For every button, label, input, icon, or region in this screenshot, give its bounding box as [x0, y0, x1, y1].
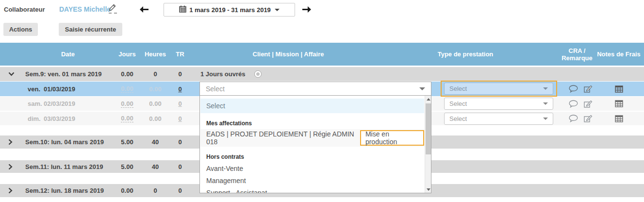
- type-select-value: Select: [449, 100, 467, 107]
- actions-button[interactable]: Actions: [3, 23, 38, 36]
- date-range-picker[interactable]: 1 mars 2019 - 31 mars 2019: [164, 3, 295, 17]
- previous-period-arrow[interactable]: [139, 5, 149, 14]
- chevron-down-icon: [419, 87, 425, 90]
- chevron-down-icon: [543, 102, 548, 105]
- day-name: ven.: [28, 82, 45, 96]
- date-range-text: 1 mars 2019 - 31 mars 2019: [189, 6, 271, 14]
- column-header-heures: Heures: [142, 43, 168, 66]
- dropdown-group-mes-affectations: Mes affectations: [200, 119, 424, 127]
- column-header-notes: Notes de Frais: [595, 43, 643, 66]
- dropdown-option-select[interactable]: Select: [200, 99, 424, 113]
- scrollbar-thumb[interactable]: [426, 103, 431, 154]
- day-date: 02/03/2019: [44, 97, 87, 111]
- remarque-edit-icon[interactable]: [584, 82, 593, 96]
- week-tr-total: 0: [169, 67, 191, 81]
- day-name: sam.: [28, 97, 45, 111]
- week-tr-total: 0: [169, 135, 191, 149]
- column-header-tr: TR: [169, 43, 191, 66]
- mise-en-production-highlight-box[interactable]: Mise en production: [360, 130, 424, 146]
- type-prestation-select[interactable]: Select: [444, 113, 553, 125]
- column-header-client: Client | Mission | Affaire: [199, 43, 377, 66]
- week-tr-total: 0: [169, 160, 191, 173]
- week-jours-total: 0.00: [114, 184, 140, 197]
- dropdown-group-hors-contrats: Hors contrats: [200, 153, 424, 161]
- dropdown-option-support[interactable]: Support - Assistanat: [200, 189, 424, 193]
- notes-de-frais-icon[interactable]: [615, 112, 623, 125]
- day-date: 03/03/2019: [44, 112, 87, 125]
- week-label: Sem.10: lun. 04 mars 2019: [25, 135, 104, 149]
- scrollbar-down-icon[interactable]: [425, 186, 431, 193]
- jours-input[interactable]: 0.00: [114, 112, 140, 125]
- week-heures-total: 0: [142, 184, 168, 197]
- heures-value: 0.00: [142, 97, 168, 111]
- week-heures-total: 40: [142, 160, 168, 173]
- mise-en-production-label: Mise en production: [365, 130, 419, 146]
- eads-option-label: EADS | PROJET DEPLOIEMENT | Régie ADMIN …: [206, 130, 356, 146]
- timesheet-page: Collaborateur DAYES Michelle 1 mars 2019…: [0, 0, 644, 202]
- dropdown-option-avant-vente[interactable]: Avant-Vente: [200, 165, 424, 173]
- remarque-edit-icon[interactable]: [584, 112, 593, 125]
- chevron-right-icon[interactable]: [8, 160, 16, 173]
- cra-comment-icon[interactable]: [569, 82, 578, 96]
- dropdown-option-eads[interactable]: EADS | PROJET DEPLOIEMENT | Régie ADMIN …: [200, 129, 424, 147]
- type-select-value: Select: [449, 115, 467, 122]
- tr-link[interactable]: 0: [169, 82, 191, 96]
- cra-comment-icon[interactable]: [569, 112, 578, 125]
- day-date: 01/03/2019: [44, 82, 87, 96]
- collaborator-name[interactable]: DAYES Michelle: [59, 5, 111, 13]
- chevron-down-icon: [275, 9, 280, 11]
- column-header-jours: Jours: [114, 43, 140, 66]
- week-label: Sem.9: ven. 01 mars 2019: [25, 67, 102, 81]
- notes-de-frais-icon[interactable]: [615, 97, 623, 111]
- scrollbar-up-icon[interactable]: [425, 96, 431, 102]
- cra-comment-icon[interactable]: [569, 97, 578, 111]
- week-tr-total: 0: [169, 184, 191, 197]
- tr-link[interactable]: 0: [169, 112, 191, 125]
- week-row-sem9[interactable]: Sem.9: ven. 01 mars 2019 0.00 0 0 1 Jour…: [0, 67, 644, 81]
- chevron-down-icon: [543, 118, 548, 120]
- heures-value: 0.00: [142, 82, 168, 96]
- column-header-date: Date: [39, 43, 97, 66]
- client-mission-select[interactable]: Select: [199, 82, 431, 96]
- jours-ouvres-radio[interactable]: [254, 67, 262, 81]
- week-heures-total: 40: [142, 135, 168, 149]
- week-jours-total: 5.00: [114, 160, 140, 173]
- week-label: Sem.11: lun. 11 mars 2019: [25, 160, 103, 173]
- jours-ouvres-label: 1 Jours ouvrés: [200, 67, 246, 81]
- dropdown-scrollbar[interactable]: [425, 96, 431, 193]
- next-period-arrow[interactable]: [301, 5, 312, 14]
- week-jours-total: 5.00: [114, 135, 140, 149]
- remarque-edit-icon[interactable]: [584, 97, 593, 111]
- day-name: dim.: [28, 112, 45, 125]
- column-header-cra: CRA / Remarque: [558, 43, 596, 66]
- notes-de-frais-icon[interactable]: [615, 82, 623, 96]
- week-jours-total: 0.00: [114, 67, 140, 81]
- dropdown-option-management[interactable]: Management: [200, 177, 424, 185]
- column-header-type: Type de prestation: [417, 43, 514, 66]
- heures-value: 0.00: [142, 112, 168, 125]
- chevron-down-icon: [543, 87, 548, 90]
- chevron-right-icon[interactable]: [8, 135, 16, 149]
- chevron-down-icon[interactable]: [8, 67, 16, 81]
- tr-link[interactable]: 0: [169, 97, 191, 111]
- type-select-value: Select: [449, 85, 467, 92]
- cra-header-line2: Remarque: [561, 54, 593, 62]
- calendar-icon: [179, 5, 186, 15]
- chevron-right-icon[interactable]: [8, 184, 16, 197]
- week-heures-total: 0: [142, 67, 168, 81]
- saisie-recurrente-button[interactable]: Saisie récurrente: [59, 23, 122, 36]
- jours-input[interactable]: 0.00: [114, 97, 140, 111]
- cra-header-line1: CRA /: [569, 47, 586, 54]
- type-prestation-select[interactable]: Select: [444, 98, 553, 110]
- jours-input[interactable]: 0.00: [114, 82, 140, 96]
- edit-collaborator-icon[interactable]: [109, 4, 117, 14]
- collaborateur-label: Collaborateur: [4, 6, 45, 13]
- client-select-value: Select: [206, 85, 225, 93]
- week-label: Sem.12: lun. 18 mars 2019: [25, 184, 104, 197]
- client-mission-dropdown: Select Mes affectations EADS | PROJET DE…: [199, 96, 431, 193]
- table-header: Date Jours Heures TR Client | Mission | …: [0, 43, 644, 66]
- type-prestation-select[interactable]: Select: [444, 83, 553, 95]
